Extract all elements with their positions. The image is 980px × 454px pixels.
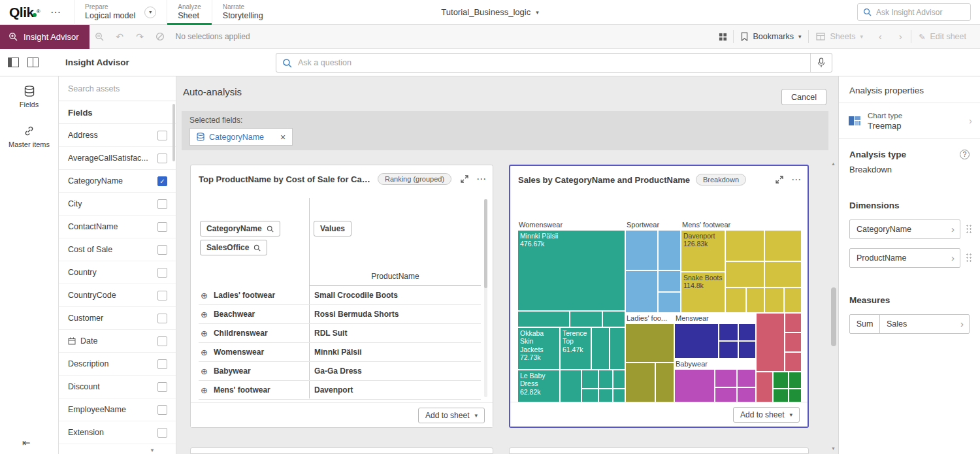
treemap-cell[interactable]: [570, 311, 602, 327]
dimension-item-productname[interactable]: ProductName ›: [849, 248, 960, 268]
smart-search-icon[interactable]: [90, 32, 110, 41]
nav-tab-narrate[interactable]: Narrate Storytelling: [212, 0, 274, 25]
rail-item-fields[interactable]: Fields: [0, 76, 58, 116]
voice-input-button[interactable]: [810, 54, 832, 72]
scroll-down-icon[interactable]: ▼: [831, 446, 836, 451]
expand-chart-icon[interactable]: [461, 175, 468, 183]
expand-row-icon[interactable]: ⊕: [201, 310, 208, 319]
pivot-row-category[interactable]: ⊕Babywear: [199, 366, 309, 376]
field-item[interactable]: Address: [59, 124, 176, 147]
rail-item-master-items[interactable]: Master items: [0, 116, 58, 156]
treemap-cell[interactable]: [591, 327, 610, 370]
scrollbar-thumb[interactable]: [484, 199, 487, 288]
app-title-dropdown[interactable]: Tutorial_Business_logic ▾: [441, 7, 538, 17]
pivot-row-category[interactable]: ⊕Mens' footwear: [199, 385, 309, 395]
drag-handle-icon[interactable]: [966, 253, 972, 263]
treemap-cell[interactable]: [764, 230, 802, 261]
nav-tab-prepare[interactable]: Prepare Logical model ▾: [74, 0, 167, 25]
treemap-cell[interactable]: [625, 323, 674, 363]
chart-card-breakdown[interactable]: Sales by CategoryName and ProductName Br…: [509, 165, 809, 428]
treemap-cell[interactable]: [674, 323, 719, 359]
nav-tab-analyze[interactable]: Analyze Sheet: [167, 0, 212, 25]
sheets-dropdown[interactable]: Sheets ▾: [809, 32, 870, 41]
treemap-cell[interactable]: [764, 287, 784, 313]
ask-question-input[interactable]: [298, 58, 810, 67]
treemap-cell[interactable]: [658, 292, 681, 313]
treemap-cell[interactable]: [625, 363, 655, 406]
qlik-logo[interactable]: Qlik®: [0, 5, 44, 20]
add-to-sheet-button[interactable]: Add to sheet ▾: [418, 408, 485, 423]
treemap-cell[interactable]: [737, 369, 756, 387]
field-checkbox[interactable]: [157, 314, 167, 323]
treemap-cell[interactable]: [517, 311, 570, 327]
field-item[interactable]: Extension: [59, 421, 176, 444]
field-item[interactable]: AverageCallSatisfac...: [59, 147, 176, 170]
next-sheet-icon[interactable]: ›: [890, 31, 911, 42]
treemap-cell[interactable]: [725, 230, 764, 261]
pivot-row-category[interactable]: ⊕Beachwear: [199, 310, 309, 319]
chart-picker-grid-icon[interactable]: [713, 33, 733, 41]
pivot-row-category[interactable]: ⊕Ladies' footwear: [199, 291, 309, 300]
field-checkbox[interactable]: ✓: [157, 176, 167, 186]
card-scrollbar[interactable]: [484, 199, 487, 397]
treemap-cell[interactable]: [674, 369, 715, 406]
field-item[interactable]: Date: [59, 330, 176, 353]
treemap-cell[interactable]: Minnki Pälsii476.67k: [517, 230, 625, 311]
pivot-row-category[interactable]: ⊕Womenswear: [199, 348, 309, 357]
cancel-button[interactable]: Cancel: [781, 89, 826, 105]
pivot-values-button[interactable]: Values: [314, 221, 351, 236]
ask-question-bar[interactable]: [276, 53, 832, 73]
treemap-cell[interactable]: [756, 372, 773, 406]
pivot-dimension-button-categoryname[interactable]: CategoryName: [200, 221, 280, 236]
treemap-cell[interactable]: Le Baby Dress62.82k: [517, 370, 560, 406]
treemap-cell[interactable]: [719, 341, 738, 359]
toggle-split-view-icon[interactable]: [27, 57, 39, 67]
treemap-cell[interactable]: [785, 332, 802, 352]
drag-handle-icon[interactable]: [966, 224, 972, 234]
expand-row-icon[interactable]: ⊕: [201, 329, 208, 338]
scroll-up-icon[interactable]: ▲: [831, 161, 836, 166]
selected-field-tag[interactable]: CategoryName ×: [189, 128, 293, 146]
treemap-cell[interactable]: Davenport126.83k: [681, 230, 725, 272]
help-icon[interactable]: ?: [960, 150, 970, 159]
treemap-cell[interactable]: Okkaba Skin Jackets72.73k: [517, 327, 560, 370]
treemap-cell[interactable]: [773, 372, 789, 389]
treemap-cell[interactable]: [738, 323, 756, 341]
expand-row-icon[interactable]: ⊕: [201, 348, 208, 357]
field-checkbox[interactable]: [157, 131, 167, 140]
insight-advisor-search-input[interactable]: [876, 8, 965, 17]
remove-field-icon[interactable]: ×: [280, 132, 286, 142]
pivot-dimension-button-salesoffice[interactable]: SalesOffice: [200, 240, 267, 255]
treemap-cell[interactable]: [746, 287, 764, 313]
field-checkbox[interactable]: [157, 359, 167, 369]
scroll-down-icon[interactable]: ▼: [150, 447, 155, 453]
toggle-left-panel-icon[interactable]: [8, 57, 19, 67]
treemap-cell[interactable]: [756, 313, 785, 372]
treemap-cell[interactable]: [602, 311, 625, 327]
field-item[interactable]: EmployeeName: [59, 398, 176, 421]
insight-advisor-search[interactable]: [857, 3, 971, 21]
clear-selections-icon[interactable]: [150, 32, 171, 41]
field-checkbox[interactable]: [157, 428, 167, 438]
treemap-chart[interactable]: WomenswearSportwearMens' footwearLadies'…: [517, 219, 802, 406]
previous-sheet-icon[interactable]: ‹: [870, 31, 890, 42]
field-item[interactable]: City: [59, 193, 176, 216]
field-item[interactable]: ContactName: [59, 216, 176, 238]
card-menu-icon[interactable]: ⋯: [791, 174, 801, 186]
pivot-column-header[interactable]: ProductName: [310, 267, 481, 286]
treemap-cell[interactable]: [785, 313, 802, 332]
field-item[interactable]: CountryCode: [59, 284, 176, 307]
field-checkbox[interactable]: [157, 268, 167, 278]
card-menu-icon[interactable]: ⋯: [476, 173, 486, 185]
logical-model-dropdown-icon[interactable]: ▾: [144, 7, 156, 18]
treemap-cell[interactable]: [625, 230, 658, 270]
global-menu-icon[interactable]: ⋯: [44, 6, 74, 18]
search-assets-input[interactable]: Search assets: [59, 76, 176, 101]
field-checkbox[interactable]: [157, 222, 167, 232]
field-item[interactable]: CategoryName✓: [59, 170, 176, 193]
main-scrollbar-thumb[interactable]: [831, 287, 836, 346]
treemap-cell[interactable]: [764, 261, 802, 287]
fields-scrollbar[interactable]: [172, 104, 175, 161]
treemap-cell[interactable]: [625, 270, 658, 313]
expand-chart-icon[interactable]: [776, 176, 783, 184]
